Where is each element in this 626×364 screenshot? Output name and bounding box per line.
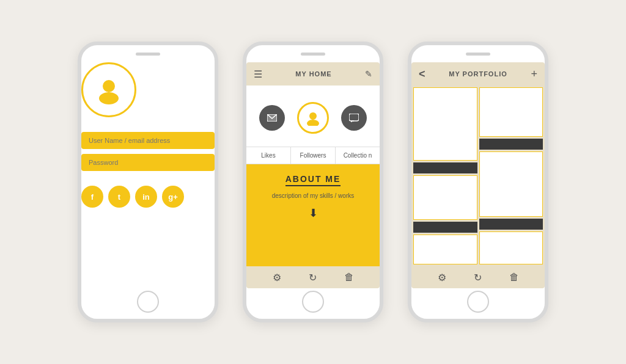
portfolio-left-column — [413, 87, 477, 264]
refresh-icon[interactable]: ↻ — [309, 272, 317, 283]
settings-icon-3[interactable]: ⚙ — [438, 272, 446, 283]
portfolio-cell-2-dark — [413, 162, 477, 173]
home-footer: ⚙ ↻ 🗑 — [246, 266, 380, 288]
phone-portfolio: < MY PORTFOLIO + — [408, 42, 548, 322]
portfolio-cell-r4-dark — [479, 219, 543, 230]
about-description: description of my skills / works — [272, 191, 354, 200]
comment-button[interactable] — [341, 105, 367, 131]
portfolio-content — [411, 86, 545, 266]
tabs-section: Likes Followers Collectio n — [246, 147, 380, 164]
home-button-3[interactable] — [467, 291, 489, 313]
home-button[interactable] — [137, 291, 159, 313]
add-icon[interactable]: + — [531, 68, 537, 81]
portfolio-cell-3 — [413, 175, 477, 220]
home-title: MY HOME — [295, 70, 331, 78]
portfolio-cell-5 — [413, 235, 477, 264]
svg-point-4 — [309, 112, 317, 120]
trash-icon[interactable]: 🗑 — [344, 272, 354, 283]
user-icon — [94, 75, 123, 104]
portfolio-header: < MY PORTFOLIO + — [411, 62, 545, 86]
portfolio-cell-1 — [413, 87, 477, 161]
down-arrow-icon: ⬇ — [309, 206, 318, 220]
login-screen: f t in g+ — [81, 62, 215, 288]
portfolio-cell-r1 — [479, 87, 543, 137]
tab-likes[interactable]: Likes — [246, 147, 291, 164]
avatar-circle — [81, 62, 136, 117]
phones-container: f t in g+ ☰ MY HOME ✎ — [0, 29, 626, 335]
google-icon[interactable]: g+ — [162, 186, 184, 208]
message-button[interactable] — [259, 105, 285, 131]
tab-followers[interactable]: Followers — [291, 147, 336, 164]
portfolio-cell-4-dark — [413, 222, 477, 233]
about-section: ABOUT ME description of my skills / work… — [246, 164, 380, 266]
refresh-icon-3[interactable]: ↻ — [474, 272, 482, 283]
svg-point-1 — [99, 92, 119, 104]
trash-icon-3[interactable]: 🗑 — [509, 272, 519, 283]
svg-point-0 — [103, 80, 115, 92]
home-button-2[interactable] — [302, 291, 324, 313]
tab-collection[interactable]: Collectio n — [336, 147, 380, 164]
username-input[interactable] — [81, 132, 215, 149]
portfolio-title: MY PORTFOLIO — [449, 70, 507, 78]
settings-icon[interactable]: ⚙ — [273, 272, 281, 283]
back-icon[interactable]: < — [419, 68, 425, 81]
home-header: ☰ MY HOME ✎ — [246, 62, 380, 86]
social-icons-row: f t in g+ — [81, 186, 215, 208]
edit-icon[interactable]: ✎ — [365, 69, 372, 79]
portfolio-right-column — [479, 87, 543, 264]
phone-login: f t in g+ — [78, 42, 218, 322]
portfolio-footer: ⚙ ↻ 🗑 — [411, 266, 545, 288]
linkedin-icon[interactable]: in — [135, 186, 157, 208]
svg-point-5 — [307, 120, 319, 126]
profile-section — [246, 86, 380, 147]
portfolio-screen: < MY PORTFOLIO + — [411, 62, 545, 288]
portfolio-cell-r3 — [479, 151, 543, 217]
profile-avatar-button[interactable] — [297, 102, 329, 134]
portfolio-cell-r2-dark — [479, 139, 543, 150]
menu-icon[interactable]: ☰ — [254, 68, 262, 80]
twitter-icon[interactable]: t — [108, 186, 130, 208]
portfolio-cell-r5 — [479, 231, 543, 264]
home-screen: ☰ MY HOME ✎ — [246, 62, 380, 288]
phone-home: ☰ MY HOME ✎ — [243, 42, 383, 322]
password-input[interactable] — [81, 154, 215, 171]
svg-rect-6 — [349, 114, 359, 121]
facebook-icon[interactable]: f — [81, 186, 103, 208]
about-title: ABOUT ME — [285, 174, 341, 186]
